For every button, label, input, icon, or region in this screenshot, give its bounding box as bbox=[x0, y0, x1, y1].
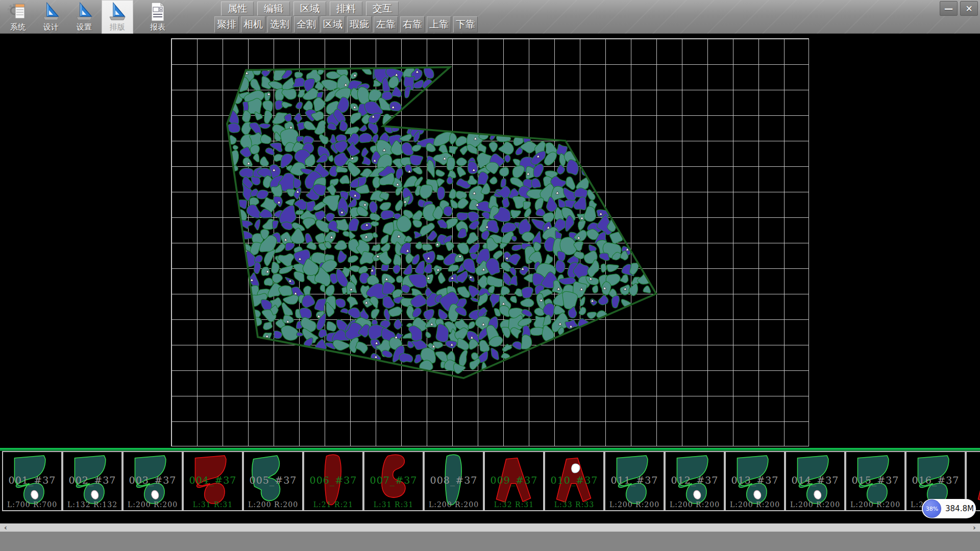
menu-item-2[interactable]: 编辑 bbox=[257, 2, 290, 16]
nested-piece[interactable] bbox=[320, 285, 325, 292]
horizontal-scrollbar[interactable]: ‹ › bbox=[0, 523, 980, 532]
nested-piece[interactable] bbox=[400, 134, 412, 141]
nested-piece[interactable] bbox=[467, 233, 478, 244]
nested-piece[interactable] bbox=[522, 232, 534, 242]
nested-piece[interactable] bbox=[314, 120, 326, 134]
piece-thumbnail-14[interactable]: 014_#37L:200 R:200 bbox=[785, 451, 845, 511]
piece-thumbnail-1[interactable]: 001_#37L:700 R:700 bbox=[2, 451, 62, 511]
nested-piece[interactable] bbox=[413, 220, 422, 228]
menu-item-5[interactable]: 交互 bbox=[366, 2, 399, 16]
piece-thumbnail-8[interactable]: 008_#37L:200 R:200 bbox=[424, 451, 484, 511]
nested-piece[interactable] bbox=[509, 276, 517, 286]
nested-piece[interactable] bbox=[607, 264, 619, 272]
nested-piece[interactable] bbox=[489, 142, 497, 152]
nested-piece[interactable] bbox=[282, 102, 292, 108]
piece-thumbnail-10[interactable]: 010_#37L:33 R:33 bbox=[544, 451, 604, 511]
scroll-left-arrow-icon[interactable]: ‹ bbox=[0, 523, 11, 532]
menu-item-1[interactable]: 属性 bbox=[221, 2, 254, 16]
nested-piece[interactable] bbox=[437, 187, 445, 200]
nested-piece[interactable] bbox=[388, 307, 402, 316]
nested-piece[interactable] bbox=[255, 219, 260, 230]
nested-piece[interactable] bbox=[325, 232, 336, 243]
nested-piece[interactable] bbox=[449, 304, 458, 322]
nested-piece[interactable] bbox=[263, 322, 273, 330]
nested-piece[interactable] bbox=[349, 231, 355, 239]
nested-piece[interactable] bbox=[500, 306, 510, 317]
nested-piece[interactable] bbox=[511, 236, 517, 241]
piece-thumbnail-13[interactable]: 013_#37L:200 R:200 bbox=[725, 451, 785, 511]
nested-piece[interactable] bbox=[578, 220, 586, 230]
nested-piece[interactable] bbox=[598, 295, 608, 305]
nested-piece[interactable] bbox=[319, 134, 328, 144]
piece-thumbnail-12[interactable]: 012_#37L:200 R:200 bbox=[665, 451, 725, 511]
nested-piece[interactable] bbox=[260, 135, 271, 144]
nested-piece[interactable] bbox=[350, 113, 361, 123]
nested-piece[interactable] bbox=[359, 133, 372, 143]
nested-piece[interactable] bbox=[559, 278, 576, 285]
piece-thumbnail-15[interactable]: 015_#37L:200 R:200 bbox=[845, 451, 905, 511]
nested-piece[interactable] bbox=[471, 298, 479, 302]
piece-thumbnail-11[interactable]: 011_#37L:200 R:200 bbox=[604, 451, 665, 511]
piece-thumbnail-9[interactable]: 009_#37L:32 R:31 bbox=[484, 451, 544, 511]
nested-piece[interactable] bbox=[424, 264, 432, 273]
tool-button-5[interactable]: 区域 bbox=[321, 16, 345, 33]
mode-button-3[interactable]: 设置 bbox=[68, 0, 100, 34]
piece-thumbnail-4[interactable]: 004_#37L:31 R:31 bbox=[183, 451, 243, 511]
nested-piece[interactable] bbox=[502, 197, 509, 208]
nested-piece[interactable] bbox=[393, 265, 400, 274]
nested-piece[interactable] bbox=[479, 340, 489, 352]
nested-piece[interactable] bbox=[457, 338, 469, 350]
nested-piece[interactable] bbox=[326, 285, 334, 296]
nested-piece[interactable] bbox=[399, 353, 413, 362]
nested-piece[interactable] bbox=[451, 199, 458, 208]
nested-piece[interactable] bbox=[426, 332, 431, 338]
nested-piece[interactable] bbox=[521, 141, 537, 153]
nested-piece[interactable] bbox=[293, 187, 301, 199]
nested-piece[interactable] bbox=[294, 113, 302, 123]
nested-piece[interactable] bbox=[562, 291, 578, 309]
nested-piece[interactable] bbox=[348, 308, 361, 318]
nested-piece[interactable] bbox=[293, 178, 301, 188]
nested-piece[interactable] bbox=[468, 321, 475, 329]
nested-piece[interactable] bbox=[272, 273, 282, 283]
nested-piece[interactable] bbox=[336, 166, 348, 172]
nested-piece[interactable] bbox=[438, 309, 448, 320]
nested-piece[interactable] bbox=[469, 186, 484, 203]
nested-piece[interactable] bbox=[422, 244, 432, 251]
nested-piece[interactable] bbox=[272, 220, 278, 229]
nested-piece[interactable] bbox=[322, 80, 339, 90]
nested-piece[interactable] bbox=[260, 157, 268, 166]
nested-piece[interactable] bbox=[448, 265, 458, 271]
nested-piece[interactable] bbox=[502, 344, 512, 352]
nested-piece[interactable] bbox=[314, 299, 327, 312]
nested-piece[interactable] bbox=[369, 201, 377, 213]
nested-piece[interactable] bbox=[579, 307, 586, 315]
menu-item-4[interactable]: 排料 bbox=[330, 2, 362, 16]
nested-piece[interactable] bbox=[233, 145, 238, 150]
nested-piece[interactable] bbox=[369, 113, 381, 124]
nested-piece[interactable] bbox=[469, 286, 480, 298]
nested-piece[interactable] bbox=[282, 89, 296, 99]
nested-piece[interactable] bbox=[303, 88, 318, 100]
nested-piece[interactable] bbox=[611, 295, 619, 308]
nested-piece[interactable] bbox=[512, 166, 524, 178]
nested-piece[interactable] bbox=[405, 86, 410, 98]
nested-piece[interactable] bbox=[296, 102, 302, 109]
nested-piece[interactable] bbox=[543, 213, 554, 222]
nested-piece[interactable] bbox=[296, 210, 303, 215]
nested-piece[interactable] bbox=[410, 155, 423, 165]
nested-piece[interactable] bbox=[434, 132, 452, 146]
nested-piece[interactable] bbox=[373, 233, 378, 238]
nested-piece[interactable] bbox=[500, 167, 509, 177]
nested-piece[interactable] bbox=[339, 175, 349, 184]
nested-piece[interactable] bbox=[294, 271, 304, 282]
nested-piece[interactable] bbox=[456, 191, 467, 199]
piece-thumbnail-5[interactable]: 005_#37L:200 R:200 bbox=[243, 451, 303, 511]
tool-button-2[interactable]: 相机 bbox=[241, 16, 265, 33]
tool-button-1[interactable]: 聚排 bbox=[214, 16, 239, 33]
nested-piece[interactable] bbox=[280, 205, 297, 224]
nested-piece[interactable] bbox=[347, 142, 360, 156]
nested-piece[interactable] bbox=[281, 222, 293, 230]
nested-piece[interactable] bbox=[522, 287, 533, 298]
nested-piece[interactable] bbox=[281, 325, 299, 340]
